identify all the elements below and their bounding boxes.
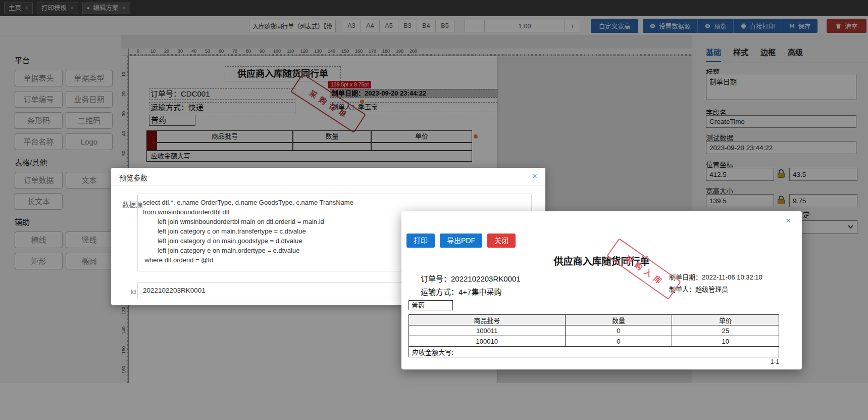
app-window: 主页 × 打印模板 × ● 编辑方案 × 入库随货同行单（列表式）【带 A3A4… <box>0 0 868 420</box>
table-header-row: 商品批号 数量 单价 <box>409 315 779 325</box>
table-cell: 0 <box>565 336 672 347</box>
dialog-title: 预览参数 <box>119 172 147 182</box>
preview-doc-title: 供应商入库随货同行单 <box>401 254 802 267</box>
col-header: 数量 <box>565 315 672 325</box>
table-cell: 0 <box>565 325 672 336</box>
table-footer-cell: 应收金额大写: <box>409 347 779 357</box>
preview-actions: 打印 导出PDF 关闭 <box>406 234 516 248</box>
page-indicator: 1-1 <box>409 358 779 365</box>
close-icon[interactable]: × <box>786 216 791 225</box>
export-pdf-button[interactable]: 导出PDF <box>440 234 482 248</box>
preview-order-no: 订单号：2022102203RK0001 <box>421 273 521 284</box>
preview-table: 商品批号 数量 单价 100011025100010010 应收金额大写: <box>409 314 779 357</box>
table-cell: 25 <box>672 325 779 336</box>
table-cell: 100011 <box>409 325 566 336</box>
dialog-header: 预览参数 × <box>111 168 545 186</box>
table-row: 100011025 <box>409 325 779 336</box>
sql-line: select dtl.*, e.name OrderType, d.name G… <box>143 198 526 207</box>
preview-stamp-purchase-inbound: 采购入库 <box>606 238 681 300</box>
preview-date: 制单日期：2022-11-06 10:32:10 <box>669 272 762 282</box>
col-header: 单价 <box>672 315 779 325</box>
close-button[interactable]: 关闭 <box>487 234 516 248</box>
col-header: 商品批号 <box>409 315 566 325</box>
id-label: Id <box>130 288 136 296</box>
print-preview-dialog: × 打印 导出PDF 关闭 供应商入库随货同行单 订单号：2022102203R… <box>401 211 802 369</box>
print-button[interactable]: 打印 <box>406 234 435 248</box>
table-footer-row: 应收金额大写: <box>409 347 779 357</box>
preview-transport: 运输方式：4+7集中采购 <box>421 286 501 297</box>
table-cell: 100010 <box>409 336 566 347</box>
preview-goods-type: 普药 <box>409 300 453 310</box>
table-row: 100010010 <box>409 336 779 347</box>
close-icon[interactable]: × <box>532 172 537 180</box>
table-cell: 10 <box>672 336 779 347</box>
